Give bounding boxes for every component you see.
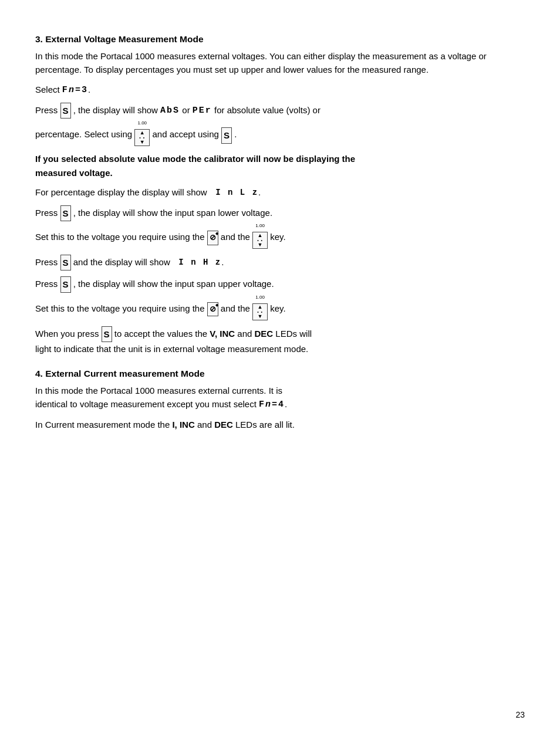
fn3-display: Fn=3 [62,85,88,95]
select-label: Select [35,84,62,94]
tune-key-wrap-3: 1.00 ▲ • • ▼ [252,299,268,320]
section-3: 3. External Voltage Measurement Mode In … [35,34,525,356]
tune-key-wrap-1: 1.00 ▲ • • ▼ [134,124,150,146]
section3-p1: In this mode the Portacal 1000 measures … [35,49,525,77]
tune-icon-1: ▲ • • ▼ [139,130,145,145]
tune-key-label-2: 1.00 [255,222,265,229]
section3-p3: Press S , the display will show AbS or P… [35,103,525,119]
section3-p12: When you press S to accept the values th… [35,326,525,356]
p3-or: or [182,105,193,115]
tune-key-1: ▲ • • ▼ [134,129,150,146]
diag-dot-2: ◆ [215,302,218,309]
p13-prefix: In this mode the Portacal 1000 measures … [35,386,282,409]
p14-prefix: In Current measurement mode the I, INC a… [35,420,295,430]
p8-suffix: key. [270,232,285,242]
tune-key-3: ▲ • • ▼ [252,303,268,320]
diag-dot-1: ◆ [215,231,218,237]
s-key-2: S [221,127,232,143]
p10-suffix: , the display will show the input span u… [73,279,274,289]
inlz-display: I n L z [210,188,258,197]
press-label-p9: Press [35,257,60,267]
section3-p10: Press S , the display will show the inpu… [35,276,525,292]
section3-p7: Press S , the display will show the inpu… [35,205,525,221]
press-label: Press [35,105,60,115]
diag-key-1: ⊘ ◆ [207,231,218,245]
s-key-1: S [60,103,71,119]
p8-prefix: Set this to the voltage you require usin… [35,232,207,242]
section3-p11: Set this to the voltage you require usin… [35,299,525,320]
press-label-p10: Press [35,279,60,289]
p3-suffix: for absolute value (volts) or [214,105,321,115]
s-key-4: S [60,255,71,271]
section3-p9: Press S and the display will show I n H … [35,255,525,271]
p11-suffix: key. [270,303,285,313]
s-key-5: S [60,276,71,292]
page: 3. External Voltage Measurement Mode In … [0,0,560,737]
tune-icon-2: ▲ • • ▼ [257,233,263,248]
tune-key-label: 1.00 [137,120,147,127]
p3-middle: , the display will show [73,105,160,115]
section4-p1: In this mode the Portacal 1000 measures … [35,384,525,412]
p12-prefix: When you press [35,328,102,338]
s-key-3: S [60,205,71,221]
tune-icon-3: ▲ • • ▼ [257,305,263,319]
p7-suffix: , the display will show the input span l… [73,207,272,217]
p11-prefix: Set this to the voltage you require usin… [35,303,207,313]
section4-p2: In Current measurement mode the I, INC a… [35,418,525,431]
tune-key-wrap-2: 1.00 ▲ • • ▼ [252,227,268,249]
tune-key-label-3: 1.00 [255,294,265,301]
diag-key-2: ⊘ ◆ [207,302,218,316]
section-3-title: 3. External Voltage Measurement Mode [35,34,525,45]
s-key-6: S [102,326,112,342]
p9-middle: and the display will show [73,257,173,267]
abs-display: AbS [160,106,180,116]
section3-p4: percentage. Select using 1.00 ▲ • • ▼ an… [35,124,525,146]
section3-p6: For percentage display the display will … [35,185,525,200]
per-display: PEr [193,106,212,116]
percentage-label: percentage. Select using [35,130,134,140]
p6-prefix: For percentage display the display will … [35,187,210,197]
page-number: 23 [515,710,525,719]
section-4-title: 4. External Current measurement Mode [35,368,525,379]
and-accept-using: and accept using [152,130,221,140]
section3-p8: Set this to the voltage you require usin… [35,227,525,249]
section-4: 4. External Current measurement Mode In … [35,368,525,431]
tune-key-2: ▲ • • ▼ [252,232,268,249]
section3-p2: Select Fn=3. [35,83,525,97]
inhz-display: I n H z [173,258,221,267]
p11-middle: and the [221,303,252,313]
p4-period: . [234,130,237,140]
press-label-p7: Press [35,207,60,217]
section3-p5-bold: If you selected absolute value mode the … [35,152,525,180]
p8-middle: and the [221,232,252,242]
fn4-display: Fn=4 [259,400,285,410]
